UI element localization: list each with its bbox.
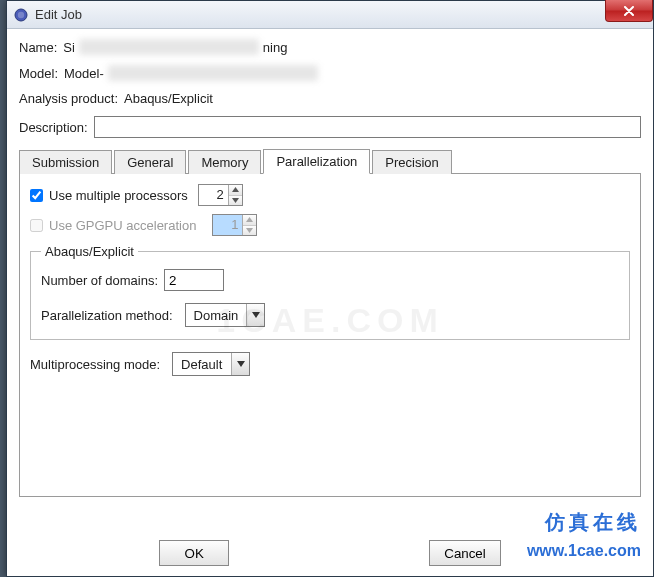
multiprocessing-mode-value: Default	[173, 353, 231, 375]
description-row: Description:	[19, 116, 641, 138]
description-label: Description:	[19, 120, 88, 135]
multiprocessing-mode-label: Multiprocessing mode:	[30, 357, 160, 372]
dialog-content: Name: Si ning Model: Model- Analysis pro…	[7, 29, 653, 532]
use-gpgpu-checkbox	[30, 219, 43, 232]
gpgpu-up	[243, 215, 256, 226]
tab-parallelization[interactable]: Parallelization	[263, 149, 370, 174]
multiprocessing-mode-combo[interactable]: Default	[172, 352, 250, 376]
model-redacted	[108, 65, 318, 81]
use-multiple-processors-label: Use multiple processors	[49, 188, 188, 203]
multiprocessing-mode-dropdown[interactable]	[231, 353, 249, 375]
ok-button[interactable]: OK	[159, 540, 229, 566]
domains-row: Number of domains:	[41, 269, 619, 291]
edit-job-dialog: Edit Job Name: Si ning Model: Model- Ana…	[6, 0, 654, 577]
use-multiple-processors-row: Use multiple processors 2	[30, 184, 630, 206]
gpgpu-arrows	[243, 215, 256, 235]
button-bar: OK Cancel	[7, 532, 653, 576]
titlebar: Edit Job	[7, 1, 653, 29]
abaqus-explicit-group: Abaqus/Explicit Number of domains: Paral…	[30, 244, 630, 340]
use-gpgpu-row: Use GPGPU acceleration 1	[30, 214, 630, 236]
mode-row: Multiprocessing mode: Default	[30, 352, 630, 376]
svg-point-1	[18, 11, 24, 17]
analysis-product-value: Abaqus/Explicit	[124, 91, 213, 106]
processors-down[interactable]	[229, 196, 242, 206]
close-icon	[623, 6, 635, 16]
parallelization-method-combo[interactable]: Domain	[185, 303, 266, 327]
model-label: Model:	[19, 66, 58, 81]
app-icon	[13, 7, 29, 23]
name-redacted	[79, 39, 259, 55]
name-value-prefix: Si	[63, 40, 75, 55]
description-input[interactable]	[94, 116, 641, 138]
number-of-domains-label: Number of domains:	[41, 273, 158, 288]
tabs: Submission General Memory Parallelizatio…	[19, 148, 641, 174]
parallelization-method-value: Domain	[186, 304, 247, 326]
name-row: Name: Si ning	[19, 39, 641, 55]
name-value-suffix: ning	[263, 40, 288, 55]
gpgpu-down	[243, 226, 256, 236]
model-value-prefix: Model-	[64, 66, 104, 81]
processors-arrows	[229, 185, 242, 205]
model-row: Model: Model-	[19, 65, 641, 81]
parallelization-method-dropdown[interactable]	[246, 304, 264, 326]
use-multiple-processors-checkbox[interactable]	[30, 189, 43, 202]
tab-general[interactable]: General	[114, 150, 186, 174]
number-of-domains-input[interactable]	[164, 269, 224, 291]
cancel-button[interactable]: Cancel	[429, 540, 501, 566]
processors-spinner[interactable]: 2	[198, 184, 243, 206]
chevron-down-icon	[252, 312, 260, 318]
processors-up[interactable]	[229, 185, 242, 196]
chevron-down-icon	[237, 361, 245, 367]
tab-submission[interactable]: Submission	[19, 150, 112, 174]
analysis-product-label: Analysis product:	[19, 91, 118, 106]
close-button[interactable]	[605, 0, 653, 22]
processors-value[interactable]: 2	[199, 185, 229, 205]
parallelization-method-label: Parallelization method:	[41, 308, 173, 323]
tab-precision[interactable]: Precision	[372, 150, 451, 174]
gpgpu-value: 1	[213, 215, 243, 235]
tab-panel-parallelization: Use multiple processors 2 Use GPGPU acce…	[19, 174, 641, 497]
tab-memory[interactable]: Memory	[188, 150, 261, 174]
gpgpu-spinner: 1	[212, 214, 257, 236]
analysis-row: Analysis product: Abaqus/Explicit	[19, 91, 641, 106]
name-label: Name:	[19, 40, 57, 55]
window-title: Edit Job	[35, 7, 82, 22]
use-gpgpu-label: Use GPGPU acceleration	[49, 218, 196, 233]
abaqus-explicit-legend: Abaqus/Explicit	[41, 244, 138, 259]
method-row: Parallelization method: Domain	[41, 303, 619, 327]
